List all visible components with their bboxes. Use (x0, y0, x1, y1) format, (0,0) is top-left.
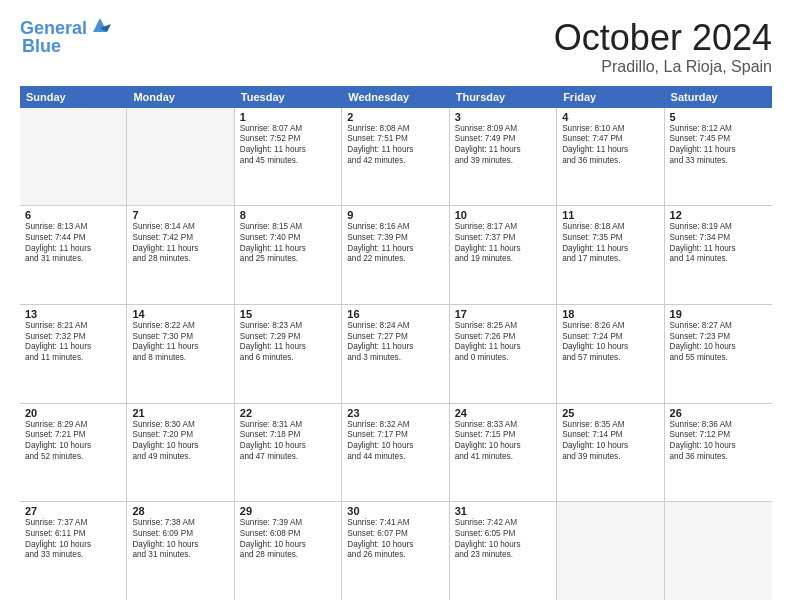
calendar-cell-day-7: 7Sunrise: 8:14 AMSunset: 7:42 PMDaylight… (127, 206, 234, 304)
calendar-cell-day-28: 28Sunrise: 7:38 AMSunset: 6:09 PMDayligh… (127, 502, 234, 600)
calendar-cell-day-6: 6Sunrise: 8:13 AMSunset: 7:44 PMDaylight… (20, 206, 127, 304)
day-number: 20 (25, 407, 121, 419)
cell-line-1: Sunset: 7:15 PM (455, 430, 551, 441)
cell-line-2: Daylight: 11 hours (670, 145, 767, 156)
cell-line-3: and 3 minutes. (347, 353, 443, 364)
cell-line-2: Daylight: 11 hours (455, 145, 551, 156)
day-number: 30 (347, 505, 443, 517)
day-number: 24 (455, 407, 551, 419)
cell-line-3: and 22 minutes. (347, 254, 443, 265)
cell-line-2: Daylight: 11 hours (25, 342, 121, 353)
cell-line-0: Sunrise: 8:35 AM (562, 420, 658, 431)
cell-line-2: Daylight: 10 hours (25, 441, 121, 452)
logo: General Blue (20, 18, 111, 57)
day-number: 7 (132, 209, 228, 221)
cell-line-0: Sunrise: 8:15 AM (240, 222, 336, 233)
calendar-cell-empty (127, 108, 234, 206)
cell-line-3: and 8 minutes. (132, 353, 228, 364)
cell-line-0: Sunrise: 8:32 AM (347, 420, 443, 431)
cell-line-2: Daylight: 11 hours (347, 145, 443, 156)
cell-line-0: Sunrise: 8:18 AM (562, 222, 658, 233)
cell-line-2: Daylight: 10 hours (25, 540, 121, 551)
cell-line-1: Sunset: 7:44 PM (25, 233, 121, 244)
cell-line-1: Sunset: 7:37 PM (455, 233, 551, 244)
cell-line-0: Sunrise: 8:19 AM (670, 222, 767, 233)
cell-line-3: and 19 minutes. (455, 254, 551, 265)
calendar-cell-day-11: 11Sunrise: 8:18 AMSunset: 7:35 PMDayligh… (557, 206, 664, 304)
day-number: 14 (132, 308, 228, 320)
weekday-header-saturday: Saturday (665, 86, 772, 108)
calendar-cell-day-31: 31Sunrise: 7:42 AMSunset: 6:05 PMDayligh… (450, 502, 557, 600)
cell-line-2: Daylight: 11 hours (670, 244, 767, 255)
cell-line-1: Sunset: 7:29 PM (240, 332, 336, 343)
cell-line-3: and 28 minutes. (132, 254, 228, 265)
day-number: 31 (455, 505, 551, 517)
day-number: 9 (347, 209, 443, 221)
calendar-cell-day-14: 14Sunrise: 8:22 AMSunset: 7:30 PMDayligh… (127, 305, 234, 403)
calendar-header: SundayMondayTuesdayWednesdayThursdayFrid… (20, 86, 772, 108)
cell-line-0: Sunrise: 8:08 AM (347, 124, 443, 135)
weekday-header-friday: Friday (557, 86, 664, 108)
calendar-cell-day-20: 20Sunrise: 8:29 AMSunset: 7:21 PMDayligh… (20, 404, 127, 502)
cell-line-1: Sunset: 7:27 PM (347, 332, 443, 343)
calendar-cell-day-30: 30Sunrise: 7:41 AMSunset: 6:07 PMDayligh… (342, 502, 449, 600)
day-number: 10 (455, 209, 551, 221)
calendar-cell-day-3: 3Sunrise: 8:09 AMSunset: 7:49 PMDaylight… (450, 108, 557, 206)
cell-line-3: and 36 minutes. (670, 452, 767, 463)
day-number: 8 (240, 209, 336, 221)
calendar-cell-day-9: 9Sunrise: 8:16 AMSunset: 7:39 PMDaylight… (342, 206, 449, 304)
calendar-cell-day-2: 2Sunrise: 8:08 AMSunset: 7:51 PMDaylight… (342, 108, 449, 206)
cell-line-0: Sunrise: 8:33 AM (455, 420, 551, 431)
day-number: 12 (670, 209, 767, 221)
cell-line-0: Sunrise: 8:09 AM (455, 124, 551, 135)
cell-line-1: Sunset: 7:20 PM (132, 430, 228, 441)
calendar-cell-day-23: 23Sunrise: 8:32 AMSunset: 7:17 PMDayligh… (342, 404, 449, 502)
weekday-header-sunday: Sunday (20, 86, 127, 108)
cell-line-1: Sunset: 7:52 PM (240, 134, 336, 145)
cell-line-2: Daylight: 11 hours (455, 342, 551, 353)
cell-line-3: and 6 minutes. (240, 353, 336, 364)
cell-line-3: and 44 minutes. (347, 452, 443, 463)
day-number: 28 (132, 505, 228, 517)
cell-line-3: and 57 minutes. (562, 353, 658, 364)
cell-line-3: and 31 minutes. (132, 550, 228, 561)
cell-line-2: Daylight: 11 hours (132, 342, 228, 353)
title-block: October 2024 Pradillo, La Rioja, Spain (554, 18, 772, 76)
cell-line-1: Sunset: 7:40 PM (240, 233, 336, 244)
cell-line-1: Sunset: 7:35 PM (562, 233, 658, 244)
weekday-header-wednesday: Wednesday (342, 86, 449, 108)
cell-line-2: Daylight: 10 hours (670, 342, 767, 353)
cell-line-2: Daylight: 11 hours (455, 244, 551, 255)
cell-line-1: Sunset: 7:49 PM (455, 134, 551, 145)
day-number: 11 (562, 209, 658, 221)
cell-line-2: Daylight: 11 hours (562, 244, 658, 255)
cell-line-2: Daylight: 10 hours (240, 540, 336, 551)
cell-line-1: Sunset: 7:51 PM (347, 134, 443, 145)
cell-line-1: Sunset: 7:14 PM (562, 430, 658, 441)
cell-line-3: and 31 minutes. (25, 254, 121, 265)
cell-line-0: Sunrise: 8:10 AM (562, 124, 658, 135)
cell-line-1: Sunset: 7:12 PM (670, 430, 767, 441)
calendar-cell-day-26: 26Sunrise: 8:36 AMSunset: 7:12 PMDayligh… (665, 404, 772, 502)
location-title: Pradillo, La Rioja, Spain (554, 58, 772, 76)
cell-line-0: Sunrise: 8:07 AM (240, 124, 336, 135)
cell-line-3: and 36 minutes. (562, 156, 658, 167)
calendar-cell-day-22: 22Sunrise: 8:31 AMSunset: 7:18 PMDayligh… (235, 404, 342, 502)
cell-line-1: Sunset: 6:11 PM (25, 529, 121, 540)
cell-line-3: and 17 minutes. (562, 254, 658, 265)
cell-line-1: Sunset: 6:08 PM (240, 529, 336, 540)
cell-line-3: and 23 minutes. (455, 550, 551, 561)
day-number: 2 (347, 111, 443, 123)
cell-line-0: Sunrise: 8:26 AM (562, 321, 658, 332)
day-number: 16 (347, 308, 443, 320)
cell-line-3: and 41 minutes. (455, 452, 551, 463)
cell-line-2: Daylight: 11 hours (240, 342, 336, 353)
cell-line-0: Sunrise: 8:24 AM (347, 321, 443, 332)
cell-line-1: Sunset: 7:45 PM (670, 134, 767, 145)
cell-line-2: Daylight: 10 hours (347, 441, 443, 452)
header: General Blue October 2024 Pradillo, La R… (20, 18, 772, 76)
calendar-cell-day-1: 1Sunrise: 8:07 AMSunset: 7:52 PMDaylight… (235, 108, 342, 206)
calendar-cell-day-17: 17Sunrise: 8:25 AMSunset: 7:26 PMDayligh… (450, 305, 557, 403)
cell-line-3: and 33 minutes. (25, 550, 121, 561)
cell-line-3: and 55 minutes. (670, 353, 767, 364)
